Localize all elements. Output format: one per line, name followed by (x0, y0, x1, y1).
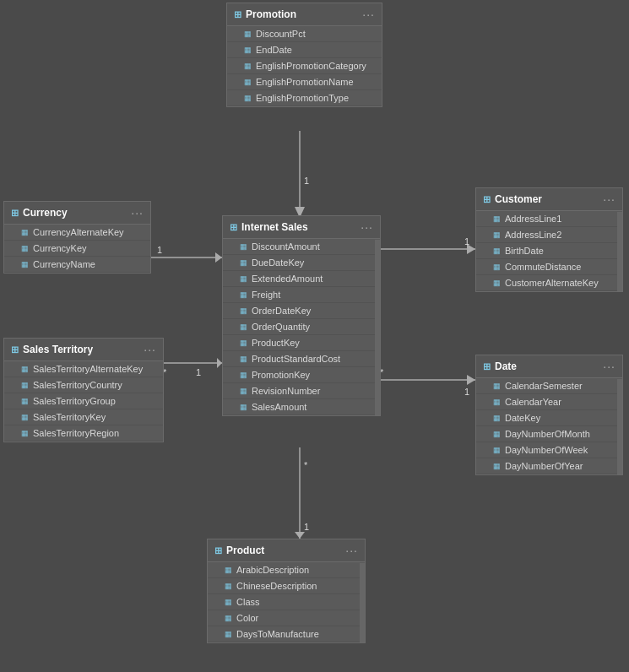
product-menu[interactable]: ··· (345, 544, 358, 557)
list-item: ▦ SalesTerritoryAlternateKey (4, 361, 163, 377)
list-item: ▦ DiscountPct (227, 26, 382, 42)
scrollbar[interactable] (617, 212, 622, 291)
customer-table-icon: ⊞ (483, 194, 491, 205)
scrollbar[interactable] (617, 379, 622, 474)
svg-text:1: 1 (464, 236, 469, 247)
list-item: ▦ DateKey (476, 410, 622, 426)
list-item: ▦ ArabicDescription (208, 562, 365, 578)
product-header: ⊞ Product ··· (208, 539, 365, 562)
list-item: ▦ ProductStandardCost (223, 351, 380, 367)
list-item: ▦ ChineseDescription (208, 578, 365, 594)
promotion-menu[interactable]: ··· (362, 8, 375, 21)
svg-marker-4 (215, 252, 222, 263)
list-item: ▦ Color (208, 610, 365, 626)
list-item: ▦ DiscountAmount (223, 239, 380, 255)
list-item: ▦ CommuteDistance (476, 259, 622, 275)
scrollbar[interactable] (360, 563, 365, 642)
list-item: ▦ CalendarYear (476, 394, 622, 410)
list-item: ▦ AddressLine1 (476, 211, 622, 227)
sales-territory-table-icon: ⊞ (11, 344, 19, 355)
promotion-table: ⊞ Promotion ··· ▦ DiscountPct ▦ EndDate … (226, 3, 382, 107)
date-menu[interactable]: ··· (603, 360, 615, 373)
list-item: ▦ DaysToManufacture (208, 626, 365, 642)
list-item: ▦ DueDateKey (223, 255, 380, 271)
internet-sales-title: Internet Sales (241, 221, 308, 233)
list-item: ▦ SalesTerritoryRegion (4, 425, 163, 442)
promotion-title: Promotion (246, 8, 296, 20)
list-item: ▦ SalesTerritoryGroup (4, 393, 163, 409)
svg-marker-14 (467, 375, 475, 385)
list-item: ▦ SalesTerritoryKey (4, 409, 163, 425)
sales-territory-table: ⊞ Sales Territory ··· ▦ SalesTerritoryAl… (3, 338, 164, 442)
list-item: ▦ BirthDate (476, 243, 622, 259)
product-table-icon: ⊞ (214, 545, 222, 556)
date-header: ⊞ Date ··· (476, 355, 622, 378)
customer-menu[interactable]: ··· (603, 192, 615, 206)
currency-title: Currency (23, 207, 68, 219)
list-item: ▦ Class (208, 594, 365, 610)
list-item: ▦ EnglishPromotionCategory (227, 58, 382, 74)
product-table: ⊞ Product ··· ▦ ArabicDescription ▦ Chin… (207, 539, 366, 643)
list-item: ▦ ProductKey (223, 335, 380, 351)
list-item: ▦ CurrencyAlternateKey (4, 225, 150, 241)
promotion-header: ⊞ Promotion ··· (227, 3, 382, 26)
list-item: ▦ Freight (223, 287, 380, 303)
date-title: Date (495, 360, 517, 372)
list-item: ▦ OrderDateKey (223, 303, 380, 319)
list-item: ▦ EnglishPromotionName (227, 74, 382, 90)
svg-marker-18 (295, 532, 305, 539)
list-item: ▦ DayNumberOfMonth (476, 426, 622, 442)
svg-text:1: 1 (304, 176, 309, 186)
svg-text:*: * (304, 460, 308, 470)
internet-sales-menu[interactable]: ··· (361, 220, 373, 234)
customer-header: ⊞ Customer ··· (476, 188, 622, 211)
list-item: ▦ DayNumberOfWeek (476, 442, 622, 458)
currency-header: ⊞ Currency ··· (4, 202, 150, 225)
list-item: ▦ AddressLine2 (476, 227, 622, 243)
internet-sales-header: ⊞ Internet Sales ··· (223, 216, 380, 239)
list-item: ▦ ExtendedAmount (223, 271, 380, 287)
svg-text:1: 1 (196, 367, 201, 377)
svg-marker-7 (467, 244, 475, 254)
list-item: ▦ EndDate (227, 42, 382, 58)
list-item: ▦ RevisionNumber (223, 383, 380, 399)
date-table-icon: ⊞ (483, 361, 491, 372)
promotion-table-icon: ⊞ (234, 9, 241, 20)
sales-territory-header: ⊞ Sales Territory ··· (4, 339, 163, 361)
list-item: ▦ CurrencyKey (4, 241, 150, 257)
list-item: ▦ PromotionKey (223, 367, 380, 383)
currency-menu[interactable]: ··· (131, 206, 144, 219)
list-item: ▦ CalendarSemester (476, 378, 622, 394)
customer-table: ⊞ Customer ··· ▦ AddressLine1 ▦ AddressL… (475, 187, 623, 292)
list-item: ▦ DayNumberOfYear (476, 458, 622, 474)
sales-territory-title: Sales Territory (23, 344, 93, 355)
scrollbar[interactable] (375, 240, 380, 415)
date-table: ⊞ Date ··· ▦ CalendarSemester ▦ Calendar… (475, 355, 623, 475)
list-item: ▦ SalesAmount (223, 399, 380, 415)
svg-text:1: 1 (304, 522, 309, 532)
svg-text:1: 1 (464, 387, 469, 397)
internet-sales-table: ⊞ Internet Sales ··· ▦ DiscountAmount ▦ … (222, 215, 381, 416)
list-item: ▦ OrderQuantity (223, 319, 380, 335)
currency-table: ⊞ Currency ··· ▦ CurrencyAlternateKey ▦ … (3, 201, 151, 274)
sales-territory-menu[interactable]: ··· (144, 343, 156, 356)
currency-table-icon: ⊞ (11, 208, 19, 219)
list-item: ▦ EnglishPromotionType (227, 90, 382, 106)
customer-title: Customer (495, 193, 542, 205)
list-item: ▦ CustomerAlternateKey (476, 275, 622, 291)
svg-text:1: 1 (157, 245, 162, 255)
product-title: Product (226, 545, 264, 556)
list-item: ▦ SalesTerritoryCountry (4, 377, 163, 393)
list-item: ▦ CurrencyName (4, 257, 150, 273)
internet-sales-table-icon: ⊞ (230, 222, 237, 233)
